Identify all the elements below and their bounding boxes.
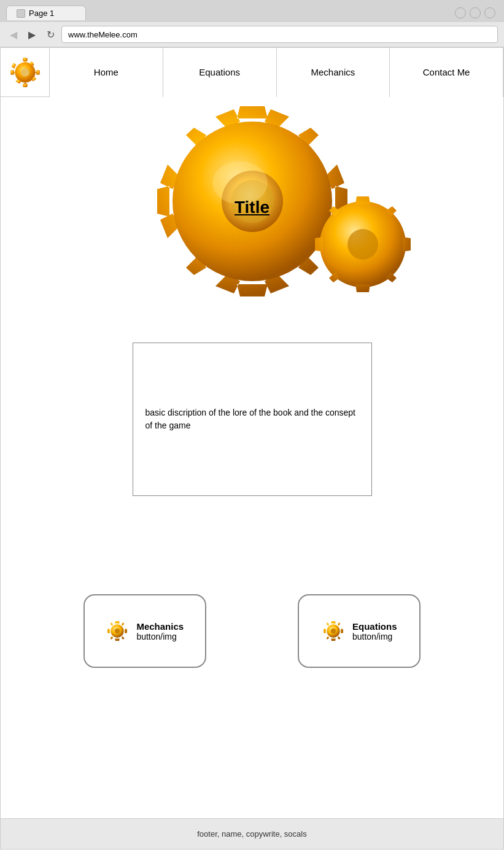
svg-point-11: [115, 629, 120, 633]
mechanics-card-line1: Mechanics: [136, 621, 184, 632]
mechanics-card-line2: button/img: [136, 632, 184, 641]
tab-label: Page 1: [29, 9, 54, 18]
mechanics-card[interactable]: Mechanics button/img: [83, 594, 206, 668]
site-nav: Home Equations Mechanics Contact Me: [1, 48, 503, 97]
browser-chrome: Page 1 ◀ ▶ ↻: [0, 0, 504, 47]
forward-button[interactable]: ▶: [25, 27, 39, 42]
window-control-1[interactable]: [455, 7, 466, 18]
equations-card-line1: Equations: [352, 621, 397, 632]
website: Home Equations Mechanics Contact Me: [0, 47, 504, 850]
refresh-button[interactable]: ↻: [43, 27, 58, 42]
mechanics-card-text: Mechanics button/img: [136, 621, 184, 641]
nav-item-equations[interactable]: Equations: [163, 48, 277, 97]
description-section: basic discription of the lore of the boo…: [1, 318, 503, 521]
svg-point-9: [347, 229, 378, 260]
page-wrapper: Home Equations Mechanics Contact Me: [1, 48, 503, 849]
tab-favicon: [17, 9, 25, 18]
logo-gear-icon: [9, 56, 41, 88]
nav-items: Home Equations Mechanics Contact Me: [50, 48, 503, 97]
description-text: basic discription of the lore of the boo…: [145, 406, 359, 432]
back-button[interactable]: ◀: [6, 27, 21, 42]
hero-section: Title: [1, 97, 503, 318]
tab-bar: Page 1: [0, 0, 504, 22]
equations-card-gear-icon: [322, 619, 345, 643]
nav-logo: [1, 48, 50, 97]
svg-point-3: [21, 68, 29, 77]
site-footer: footer, name, copywrite, socals: [1, 818, 503, 849]
nav-bar: ◀ ▶ ↻: [0, 22, 504, 47]
browser-tab[interactable]: Page 1: [6, 6, 86, 20]
svg-point-13: [331, 629, 336, 633]
window-control-2[interactable]: [470, 7, 481, 18]
window-control-3[interactable]: [484, 7, 495, 18]
action-section: Mechanics button/img: [1, 557, 503, 705]
equations-card-line2: button/img: [352, 632, 397, 641]
description-box: basic discription of the lore of the boo…: [133, 343, 372, 496]
hero-title: Title: [235, 198, 269, 217]
nav-item-contact[interactable]: Contact Me: [390, 48, 503, 97]
address-bar[interactable]: [61, 26, 498, 43]
mechanics-card-gear-icon: [106, 619, 129, 643]
window-controls: [455, 7, 498, 18]
nav-item-mechanics[interactable]: Mechanics: [277, 48, 390, 97]
equations-card-text: Equations button/img: [352, 621, 397, 641]
footer-text: footer, name, copywrite, socals: [197, 829, 306, 839]
nav-item-home[interactable]: Home: [50, 48, 163, 97]
equations-card[interactable]: Equations button/img: [298, 594, 421, 668]
